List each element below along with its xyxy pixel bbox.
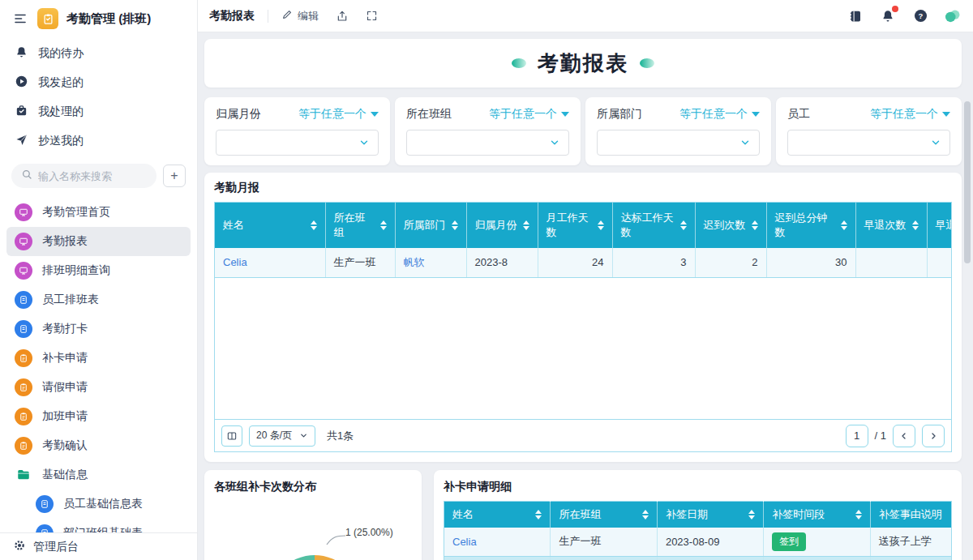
- menu-label: 员工排班表: [42, 293, 99, 307]
- filter-operator-dropdown[interactable]: 等于任意一个: [489, 107, 569, 122]
- next-page-button[interactable]: [922, 425, 945, 447]
- filter-operator-dropdown[interactable]: 等于任意一个: [870, 107, 950, 122]
- filter-operator-dropdown[interactable]: 等于任意一个: [679, 107, 760, 122]
- sidebar-item-attendance-clock[interactable]: 考勤打卡: [6, 314, 191, 344]
- sidebar-item-overtime-apply[interactable]: 加班申请: [6, 402, 191, 431]
- sidebar-item-reclock-apply[interactable]: 补卡申请: [6, 344, 191, 373]
- sort-icon[interactable]: [748, 510, 755, 519]
- page-scrollbar-thumb[interactable]: [964, 101, 971, 263]
- employee-name-link[interactable]: Celia: [223, 256, 247, 268]
- page-size-select[interactable]: 20 条/页: [249, 425, 315, 447]
- nav-item-initiated-by-me[interactable]: 我发起的: [5, 68, 192, 97]
- nav-item-label: 我发起的: [38, 75, 84, 90]
- bag-check-icon: [15, 104, 28, 120]
- column-header[interactable]: 补签日期: [657, 502, 763, 528]
- app-logo-icon: [37, 8, 58, 29]
- share-icon[interactable]: [333, 7, 351, 25]
- sidebar-header: 考勤管理 (排班): [0, 0, 197, 34]
- sidebar-item-employee-shift-table[interactable]: 员工排班表: [6, 285, 191, 314]
- nav-item-my-todo[interactable]: 我的待办: [5, 39, 192, 68]
- month-filter-select[interactable]: [216, 130, 379, 156]
- column-header[interactable]: 所属部门: [395, 203, 466, 248]
- column-header[interactable]: 姓名: [215, 203, 325, 248]
- menu-label: 考勤管理首页: [42, 205, 110, 220]
- nav-item-label: 抄送我的: [38, 134, 84, 148]
- hamburger-menu-icon[interactable]: [11, 10, 29, 28]
- sort-icon[interactable]: [855, 510, 862, 519]
- column-header[interactable]: 所在班组: [325, 203, 395, 248]
- chevron-down-icon: [358, 137, 370, 148]
- menu-label: 基础信息: [42, 468, 88, 482]
- sort-icon[interactable]: [841, 220, 847, 230]
- help-icon[interactable]: ?: [911, 7, 929, 25]
- manual-book-icon[interactable]: [847, 7, 864, 25]
- filter-row: 归属月份 等于任意一个 所在班组 等于任意一个: [204, 97, 962, 165]
- column-header[interactable]: 早退总分钟数: [927, 203, 951, 248]
- sort-icon[interactable]: [535, 510, 542, 519]
- column-header[interactable]: 迟到次数: [695, 203, 766, 248]
- column-header[interactable]: 迟到总分钟数: [766, 203, 855, 248]
- sidebar-nav: 我的待办 我发起的 我处理的 抄送我的: [0, 34, 197, 156]
- column-header[interactable]: 归属月份: [466, 203, 538, 248]
- department-filter-select[interactable]: [597, 130, 760, 156]
- sort-icon[interactable]: [642, 510, 649, 519]
- column-header[interactable]: 月工作天数: [538, 203, 612, 248]
- form-icon: [15, 349, 32, 367]
- monthly-report-card: 考勤月报 姓名 所在班组 所属部门 归属月份 月工作天数: [204, 173, 962, 462]
- edit-button[interactable]: 编辑: [281, 9, 319, 24]
- add-button[interactable]: +: [163, 165, 186, 187]
- sort-icon[interactable]: [380, 220, 387, 230]
- search-input[interactable]: [38, 170, 127, 182]
- form-icon: [15, 378, 32, 396]
- sidebar-item-employee-base-table[interactable]: 员工基础信息表: [6, 489, 191, 519]
- nav-item-label: 我的待办: [38, 46, 84, 61]
- column-header[interactable]: 早退次数: [855, 203, 927, 248]
- table-header-row: 姓名 所在班组 所属部门 归属月份 月工作天数 达标工作天数 迟到次数 迟到总分…: [215, 203, 951, 248]
- column-settings-button[interactable]: [221, 425, 242, 447]
- caret-down-icon: [942, 112, 950, 117]
- sort-icon[interactable]: [598, 220, 604, 230]
- prev-page-button[interactable]: [893, 425, 915, 447]
- nav-item-handled-by-me[interactable]: 我处理的: [5, 97, 192, 126]
- team-filter-select[interactable]: [406, 130, 569, 156]
- column-header[interactable]: 达标工作天数: [612, 203, 695, 248]
- admin-backend-link[interactable]: 管理后台: [0, 532, 197, 560]
- sort-icon[interactable]: [452, 220, 458, 230]
- department-link[interactable]: 帆软: [404, 256, 425, 268]
- column-header[interactable]: 补签事由说明: [870, 502, 951, 528]
- table-cell: 3: [612, 248, 695, 277]
- sidebar-item-leave-apply[interactable]: 请假申请: [6, 373, 191, 402]
- pie-chart[interactable]: [269, 555, 360, 560]
- sidebar-item-attendance-report[interactable]: 考勤报表: [6, 227, 191, 256]
- column-header[interactable]: 所在班组: [551, 502, 657, 528]
- sidebar-item-attendance-confirm[interactable]: 考勤确认: [6, 431, 191, 460]
- table-cell: 生产一班: [325, 248, 395, 277]
- search-box[interactable]: [11, 164, 156, 188]
- sidebar-item-shift-detail-query[interactable]: 排班明细查询: [6, 256, 191, 285]
- filter-team: 所在班组 等于任意一个: [395, 97, 581, 165]
- sidebar-item-attendance-home[interactable]: 考勤管理首页: [6, 198, 191, 227]
- sidebar-item-base-info-folder[interactable]: 基础信息: [6, 460, 191, 489]
- sort-icon[interactable]: [752, 220, 758, 230]
- chevron-down-icon: [739, 137, 751, 148]
- search-icon: [21, 169, 32, 183]
- fullscreen-icon[interactable]: [362, 7, 380, 25]
- employee-name-link[interactable]: Celia: [452, 536, 477, 548]
- tab-attendance-report[interactable]: 考勤报表: [209, 9, 255, 24]
- column-header[interactable]: 姓名: [444, 502, 551, 528]
- sort-icon[interactable]: [523, 220, 529, 230]
- page-number-input[interactable]: [846, 425, 868, 447]
- monthly-report-title: 考勤月报: [214, 181, 952, 195]
- nav-item-cc-to-me[interactable]: 抄送我的: [5, 126, 192, 156]
- sort-icon[interactable]: [311, 220, 317, 230]
- filter-label: 所在班组: [406, 107, 452, 122]
- notification-bell-icon[interactable]: [879, 7, 897, 25]
- employee-filter-select[interactable]: [787, 130, 950, 156]
- sort-icon[interactable]: [912, 220, 919, 230]
- form-icon: [15, 408, 32, 425]
- column-header[interactable]: 补签时间段: [764, 502, 870, 528]
- filter-operator-dropdown[interactable]: 等于任意一个: [298, 107, 379, 122]
- sort-icon[interactable]: [680, 220, 687, 230]
- user-avatar[interactable]: [944, 7, 962, 25]
- sidebar-item-department-team-table[interactable]: 部门班组基础表: [6, 519, 191, 532]
